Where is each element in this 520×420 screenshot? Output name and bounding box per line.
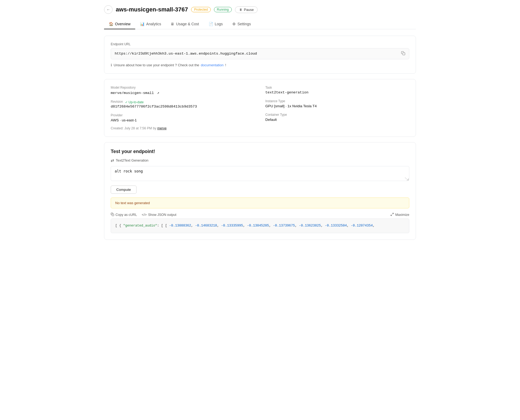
compute-button[interactable]: Compute <box>111 186 137 194</box>
copy-url-button[interactable] <box>401 51 405 56</box>
maximize-button[interactable]: Maximize <box>390 213 409 217</box>
container-field: Container Type Default <box>265 113 409 122</box>
usage-icon: 🖥 <box>171 22 174 26</box>
protected-badge: Protected <box>191 7 211 12</box>
resize-icon: ⤡ <box>405 176 407 180</box>
svg-rect-0 <box>403 53 405 55</box>
container-value: Default <box>265 118 409 122</box>
test-title: Test your endpoint! <box>111 149 409 154</box>
svg-line-2 <box>393 213 394 214</box>
task-type-icon: ⇄ <box>111 158 114 163</box>
documentation-link[interactable]: documentation <box>201 63 224 67</box>
test-input[interactable] <box>111 166 409 181</box>
check-icon: ✓ <box>125 100 128 104</box>
instance-value: GPU [small] · 1x Nvidia Tesla T4 <box>265 104 409 108</box>
pause-button[interactable]: ⏸ Pause <box>235 6 258 13</box>
info-grid: Model Repository merve/musicgen-small ↗ … <box>111 86 409 122</box>
instance-field: Instance Type GPU [small] · 1x Nvidia Te… <box>265 99 409 108</box>
model-info-card: Model Repository merve/musicgen-small ↗ … <box>104 79 416 137</box>
code-output: [ { "generated_audio": [ [ -0.13088362, … <box>111 219 409 233</box>
repo-field: Model Repository merve/musicgen-small ↗ <box>111 86 255 95</box>
copy-icon <box>111 213 114 217</box>
maximize-icon <box>390 213 394 217</box>
tab-overview[interactable]: 🏠 Overview <box>104 19 135 29</box>
external-link-icon: ↗ <box>157 91 159 95</box>
creator-link[interactable]: merve <box>157 126 167 130</box>
page-title: aws-musicgen-small-3767 <box>116 6 188 13</box>
tab-usage-cost[interactable]: 🖥 Usage & Cost <box>166 19 204 29</box>
tab-logs[interactable]: 📄 Logs <box>204 19 228 29</box>
settings-icon: ⚙ <box>232 22 236 26</box>
endpoint-hint: ℹ Unsure about how to use your endpoint … <box>111 63 409 67</box>
endpoint-url-label: Endpoint URL <box>111 42 409 46</box>
uptodate-badge: ✓ Up-to-date <box>125 100 144 104</box>
running-badge: Running <box>214 7 232 12</box>
provider-value: AWS · us-east-1 <box>111 118 255 122</box>
tab-bar: 🏠 Overview 📊 Analytics 🖥 Usage & Cost 📄 … <box>104 19 416 29</box>
svg-rect-1 <box>112 214 114 216</box>
endpoint-url-card: Endpoint URL https://kir23d9tjehh3kh3.us… <box>104 36 416 74</box>
show-json-button[interactable]: </> Show JSON output <box>142 213 176 217</box>
url-row: https://kir23d9tjehh3kh3.us-east-1.aws.e… <box>111 48 409 59</box>
back-button[interactable]: ← <box>104 5 113 14</box>
copy-curl-button[interactable]: Copy as cURL <box>111 213 137 217</box>
task-value: text2text-generation <box>265 90 409 94</box>
created-info: Created: July 28 at 7:56 PM by merve <box>111 126 409 130</box>
revision-field: Revision ✓ Up-to-date d81f2684e5677706f2… <box>111 100 255 109</box>
task-field: Task text2text-generation <box>265 86 409 94</box>
logs-icon: 📄 <box>209 22 213 26</box>
warning-banner: No text was generated <box>111 197 409 208</box>
provider-field: Provider AWS · us-east-1 <box>111 113 255 122</box>
tab-settings[interactable]: ⚙ Settings <box>228 19 256 29</box>
home-icon: 🏠 <box>109 22 113 26</box>
task-label-row: ⇄ Text2Text Generation <box>111 158 409 163</box>
analytics-icon: 📊 <box>140 22 145 26</box>
pause-icon: ⏸ <box>239 8 242 12</box>
test-endpoint-card: Test your endpoint! ⇄ Text2Text Generati… <box>104 142 416 240</box>
revision-value: d81f2684e5677706f2cf3ac2598d8413cb9d3573 <box>111 105 255 109</box>
repo-value: merve/musicgen-small ↗ <box>111 90 255 95</box>
tab-analytics[interactable]: 📊 Analytics <box>135 19 166 29</box>
code-toolbar: Copy as cURL </> Show JSON output Maximi… <box>111 213 409 217</box>
svg-line-3 <box>391 215 392 216</box>
endpoint-url-value: https://kir23d9tjehh3kh3.us-east-1.aws.e… <box>115 52 257 56</box>
page-header: ← aws-musicgen-small-3767 Protected Runn… <box>104 5 416 14</box>
input-wrapper: ⤡ <box>111 166 409 182</box>
code-icon: </> <box>142 213 147 217</box>
info-circle-icon: ℹ <box>111 63 112 67</box>
